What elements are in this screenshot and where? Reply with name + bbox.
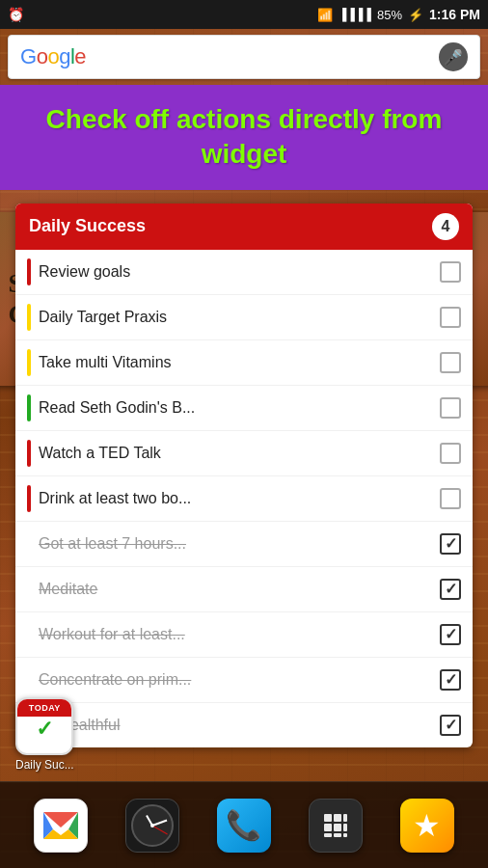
item-text: Got at least 7 hours... [39,535,440,553]
today-header: TODAY [17,699,71,717]
item-checkbox[interactable]: ✓ [440,624,461,645]
clock-minute-hand [152,819,168,826]
item-indicator [27,349,31,376]
svg-rect-8 [324,824,332,831]
widget-title: Daily Success [29,216,146,236]
item-indicator [27,304,31,331]
widget-header: Daily Success 4 [15,203,473,250]
list-item[interactable]: Got at least 7 hours... ✓ [15,522,473,567]
status-bar: ⏰ 📶 ▐▐▐▐ 85% ⚡ 1:16 PM [0,0,488,29]
item-text: Review goals [39,263,440,281]
list-item[interactable]: Daily Target Praxis ✓ [15,295,473,340]
star-icon[interactable]: ★ [400,799,454,853]
item-text: Meditate [39,581,440,598]
svg-rect-12 [334,833,341,837]
today-checkmark-icon: ✓ [36,717,53,742]
dock-item-clock[interactable] [125,799,179,853]
today-app-label: Daily Suc... [15,758,74,772]
item-indicator [27,666,31,693]
item-text: Watch a TED Talk [39,445,440,462]
clock-face [126,800,178,852]
svg-rect-7 [343,814,347,822]
list-item[interactable]: Watch a TED Talk ✓ [15,431,473,476]
google-logo: Google [20,44,439,69]
item-indicator [27,621,31,648]
item-text: Drink at least two bo... [39,490,440,507]
search-bar[interactable]: Google 🎤 [8,35,480,79]
svg-rect-6 [334,814,341,822]
today-body: ✓ [17,717,71,742]
list-item[interactable]: Take multi Vitamins ✓ [15,340,473,386]
item-text: Concentrate on prim... [39,671,440,689]
list-item[interactable]: Read Seth Godin's B... ✓ [15,386,473,431]
today-app-icon[interactable]: TODAY ✓ [15,697,73,755]
launcher-icon[interactable] [309,799,363,853]
item-checkbox[interactable]: ✓ [440,352,461,373]
list-item[interactable]: Concentrate on prim... ✓ [15,658,473,703]
alarm-icon: ⏰ [8,7,24,22]
item-checkbox[interactable]: ✓ [440,533,461,555]
svg-rect-5 [324,814,332,822]
time-display: 1:16 PM [429,7,480,22]
list-item[interactable]: Be healthful ✓ [15,703,473,747]
dock-item-favorites[interactable]: ★ [400,799,454,853]
dock: 📞 ★ [0,781,488,868]
svg-rect-10 [343,824,347,831]
item-checkbox[interactable]: ✓ [440,443,461,464]
wifi-icon: 📶 [317,8,333,22]
promo-banner: Check off actions directly from widget [0,85,488,190]
daily-success-widget: Daily Success 4 Review goals ✓ Daily Tar… [15,203,473,747]
item-indicator [27,576,31,603]
item-checkbox[interactable]: ✓ [440,261,461,283]
status-left: ⏰ [8,7,24,22]
item-checkbox[interactable]: ✓ [440,307,461,328]
widget-badge: 4 [432,213,459,240]
svg-rect-13 [343,833,347,837]
status-right: 📶 ▐▐▐▐ 85% ⚡ 1:16 PM [317,7,480,22]
svg-rect-11 [324,833,332,837]
item-checkbox[interactable]: ✓ [440,715,461,736]
list-item[interactable]: Meditate ✓ [15,567,473,612]
item-checkbox[interactable]: ✓ [440,579,461,600]
item-text: Take multi Vitamins [39,354,440,371]
microphone-icon[interactable]: 🎤 [439,42,468,71]
svg-rect-9 [334,824,341,831]
item-indicator [27,485,31,512]
item-checkbox[interactable]: ✓ [440,488,461,509]
item-indicator [27,440,31,467]
signal-icon: ▐▐▐▐ [339,8,371,21]
item-checkbox[interactable]: ✓ [440,397,461,419]
item-checkbox[interactable]: ✓ [440,669,461,691]
dock-item-phone[interactable]: 📞 [217,799,271,853]
today-widget[interactable]: TODAY ✓ Daily Suc... [15,697,74,772]
clock-circle [131,804,174,847]
dock-item-gmail[interactable] [34,799,88,853]
item-indicator [27,530,31,557]
clock-icon[interactable] [125,799,179,853]
widget-card: Daily Success 4 Review goals ✓ Daily Tar… [15,203,473,747]
item-text: Daily Target Praxis [39,309,440,326]
gmail-icon[interactable] [34,799,88,853]
battery-icon: ⚡ [408,8,423,22]
phone-icon[interactable]: 📞 [217,799,271,853]
item-text: Workout for at least... [39,626,440,643]
item-text: Read Seth Godin's B... [39,399,440,417]
list-item[interactable]: Drink at least two bo... ✓ [15,476,473,522]
clock-second-hand [152,825,168,834]
item-indicator [27,258,31,285]
clock-center-dot [150,824,154,827]
banner-text: Check off actions directly from widget [19,102,469,173]
item-text: Be healthful [39,717,440,734]
list-item[interactable]: Review goals ✓ [15,250,473,295]
list-item[interactable]: Workout for at least... ✓ [15,612,473,658]
dock-item-launcher[interactable] [309,799,363,853]
item-indicator [27,394,31,421]
today-header-text: TODAY [29,703,61,713]
battery-level: 85% [377,8,402,22]
